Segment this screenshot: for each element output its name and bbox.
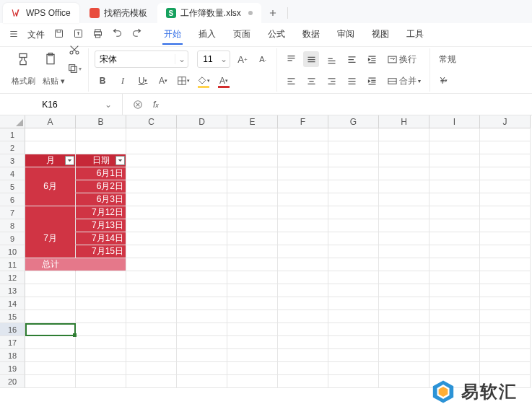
font-color-icon[interactable]: A▾ [216, 73, 232, 89]
cell[interactable] [177, 141, 227, 154]
cell[interactable] [379, 167, 429, 180]
menu-view[interactable]: 视图 [370, 25, 391, 45]
col-header[interactable]: C [126, 115, 177, 128]
cell[interactable] [76, 141, 126, 154]
save-icon[interactable] [53, 28, 64, 41]
cell[interactable] [328, 284, 379, 297]
cell[interactable] [25, 206, 76, 219]
menu-page[interactable]: 页面 [232, 25, 252, 45]
cell[interactable] [480, 128, 531, 141]
cell[interactable] [126, 336, 177, 349]
fx-icon[interactable]: fx [153, 100, 159, 110]
undo-icon[interactable] [112, 28, 123, 41]
cell[interactable] [379, 206, 429, 219]
cell[interactable] [278, 271, 328, 284]
cell[interactable] [278, 349, 328, 362]
cell[interactable] [480, 193, 531, 206]
cell[interactable] [25, 141, 76, 154]
cell[interactable] [126, 258, 177, 271]
cell[interactable] [278, 141, 328, 154]
row-header[interactable]: 15 [0, 310, 25, 323]
cell[interactable] [76, 258, 126, 271]
cell[interactable] [76, 336, 126, 349]
cell-ref-input[interactable] [0, 100, 100, 110]
font-name-select[interactable]: ⌄ [95, 51, 188, 68]
cell[interactable] [379, 310, 429, 323]
filter-dropdown-icon[interactable] [65, 156, 74, 165]
cell[interactable] [328, 271, 379, 284]
cell[interactable] [126, 271, 177, 284]
cell[interactable] [278, 258, 328, 271]
font-size-select[interactable]: ⌄ [197, 51, 230, 68]
strike-icon[interactable]: A▾ [155, 73, 171, 89]
cell[interactable] [25, 167, 76, 180]
cell[interactable] [25, 284, 76, 297]
cell[interactable] [25, 271, 76, 284]
cell[interactable] [429, 180, 480, 193]
row-header[interactable]: 11 [0, 258, 25, 271]
menu-insert[interactable]: 插入 [197, 25, 217, 45]
select-all-corner[interactable] [0, 115, 25, 128]
cell[interactable] [429, 323, 480, 336]
menu-data[interactable]: 数据 [301, 25, 321, 45]
cell[interactable] [227, 362, 278, 375]
cell[interactable] [379, 245, 429, 258]
cell[interactable] [25, 310, 76, 323]
cell[interactable] [278, 180, 328, 193]
cell[interactable] [177, 375, 227, 388]
cell[interactable] [278, 219, 328, 232]
cell[interactable]: 6月3日 [76, 193, 126, 206]
chevron-down-icon[interactable]: ⌄ [218, 54, 230, 64]
cell[interactable] [379, 323, 429, 336]
cell[interactable] [227, 141, 278, 154]
name-box[interactable]: ⌄ [0, 94, 123, 115]
cell[interactable] [76, 297, 126, 310]
cell[interactable] [328, 180, 379, 193]
cell[interactable] [25, 219, 76, 232]
cell[interactable] [480, 245, 531, 258]
cell[interactable] [328, 375, 379, 388]
cell[interactable] [328, 128, 379, 141]
cell[interactable] [76, 323, 126, 336]
col-header[interactable]: I [429, 115, 480, 128]
cell[interactable] [25, 336, 76, 349]
cancel-fx-icon[interactable] [130, 97, 146, 113]
cells-area[interactable]: 月日期6月1日6月6月2日6月3日7月12日7月13日7月7月14日7月15日总… [25, 128, 532, 388]
cell[interactable] [25, 323, 76, 336]
cell[interactable] [126, 219, 177, 232]
cell[interactable] [177, 206, 227, 219]
cell[interactable] [429, 232, 480, 245]
cell[interactable] [379, 219, 429, 232]
indent-inc-icon[interactable] [364, 73, 380, 89]
cell[interactable] [227, 297, 278, 310]
cell[interactable] [227, 167, 278, 180]
cell[interactable] [480, 154, 531, 167]
border-icon[interactable]: ▾ [175, 73, 191, 89]
chevron-down-icon[interactable]: ⌄ [100, 100, 117, 110]
cell[interactable] [278, 232, 328, 245]
cell[interactable] [328, 258, 379, 271]
cell[interactable]: 6月1日 [76, 167, 126, 180]
cell[interactable]: 7月12日 [76, 206, 126, 219]
cell[interactable] [177, 362, 227, 375]
cell[interactable] [227, 180, 278, 193]
cell[interactable] [126, 232, 177, 245]
col-header[interactable]: E [227, 115, 278, 128]
cell[interactable] [379, 349, 429, 362]
align-right-icon[interactable] [323, 73, 339, 89]
cell[interactable]: 7月14日 [76, 232, 126, 245]
cell[interactable] [429, 154, 480, 167]
formula-input[interactable] [166, 100, 455, 110]
cell[interactable] [379, 336, 429, 349]
cell[interactable] [429, 284, 480, 297]
row-header[interactable]: 12 [0, 271, 25, 284]
cell[interactable] [227, 271, 278, 284]
cell[interactable] [480, 180, 531, 193]
cell[interactable]: 月 [25, 154, 76, 167]
align-left-icon[interactable] [283, 73, 299, 89]
cell[interactable] [328, 310, 379, 323]
cell[interactable] [379, 232, 429, 245]
cell[interactable] [177, 258, 227, 271]
export-icon[interactable] [73, 28, 84, 41]
cell[interactable] [25, 375, 76, 388]
